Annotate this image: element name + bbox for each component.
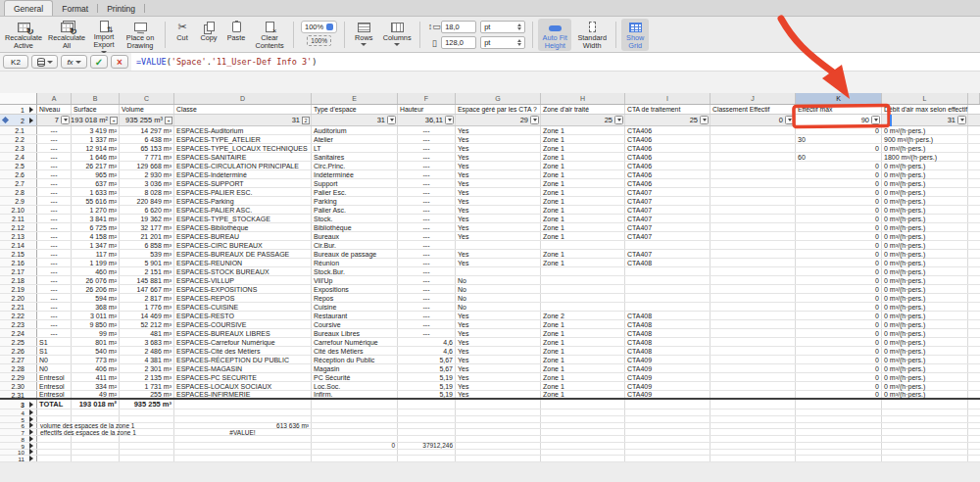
cell[interactable]: 1800 m³/(h·pers.) — [882, 153, 968, 161]
cell[interactable]: CTA407 — [625, 223, 710, 231]
cell[interactable]: Yes — [456, 126, 541, 134]
cell[interactable]: Zone 1 — [541, 364, 625, 372]
row-header-5[interactable]: 5 — [0, 416, 37, 422]
dropdown-icon[interactable] — [614, 116, 623, 124]
row-expand-icon[interactable] — [29, 422, 33, 428]
cell[interactable]: ESPACES-CUISINE — [174, 303, 312, 311]
cell[interactable] — [541, 436, 625, 442]
paste-button[interactable]: Paste — [223, 19, 249, 51]
cell[interactable]: 6 438 m³ — [120, 135, 174, 143]
cell-reference-box[interactable]: K2 — [3, 55, 28, 69]
cell[interactable]: 52 212 m³ — [120, 320, 174, 328]
cell[interactable] — [312, 436, 398, 442]
cell[interactable]: 0 m³/(h·pers.) — [882, 223, 968, 231]
cell[interactable]: 0 — [796, 188, 882, 196]
cell[interactable]: 5 901 m³ — [120, 259, 174, 266]
cell[interactable]: Auditorium — [312, 126, 398, 134]
dropdown-icon[interactable] — [700, 116, 709, 124]
cell[interactable] — [625, 303, 710, 311]
cell[interactable]: 220 849 m³ — [120, 197, 174, 205]
row-header-2.29[interactable]: 2.29 — [0, 373, 37, 381]
cell[interactable]: --- — [398, 153, 456, 161]
cell[interactable]: #VALUE! — [174, 429, 312, 435]
cell[interactable]: --- — [37, 223, 72, 231]
row-header-2.26[interactable]: 2.26 — [0, 347, 37, 355]
dropdown-icon[interactable] — [445, 116, 454, 124]
cell[interactable]: 935 255 m³ — [120, 400, 174, 409]
cell[interactable]: --- — [398, 179, 456, 187]
cell[interactable] — [968, 456, 980, 461]
row-header-11[interactable]: 11 — [0, 456, 37, 461]
cell[interactable] — [882, 450, 968, 456]
column-header-K[interactable]: K — [796, 93, 882, 104]
cell[interactable] — [710, 443, 796, 449]
cell[interactable]: Yes — [456, 259, 541, 266]
cell[interactable] — [968, 250, 980, 258]
dropdown-icon[interactable] — [387, 116, 396, 124]
cell[interactable] — [541, 400, 625, 409]
cell[interactable] — [174, 400, 312, 409]
cell[interactable]: Zone 1 — [541, 188, 625, 196]
cell[interactable]: 2 151 m³ — [120, 267, 174, 275]
cell[interactable]: ESPACES-TYPE_STOCKAGE — [174, 215, 312, 222]
cell[interactable]: Zone 1 — [541, 215, 625, 222]
cell[interactable]: 0 m³/(h·pers.) — [882, 294, 968, 302]
cell[interactable] — [625, 400, 710, 409]
tab-general[interactable]: General — [4, 0, 53, 16]
cell[interactable]: Yes — [456, 329, 541, 337]
cell[interactable]: Yes — [456, 179, 541, 187]
row-header-8[interactable]: 8 — [0, 436, 37, 442]
cell[interactable] — [456, 436, 541, 442]
cell[interactable]: ESPACES-INFIRMERIE — [174, 391, 312, 398]
row-header-2.2[interactable]: 2.2 — [0, 135, 37, 143]
cell[interactable]: 9 850 m² — [72, 320, 120, 328]
cell[interactable]: Cuisine — [312, 303, 398, 311]
cell[interactable]: ESPACES-TYPE_LOCAUX TECHNIQUES — [174, 144, 312, 152]
cell[interactable]: ESPACES-PALIER ESC. — [174, 188, 312, 196]
cell[interactable] — [710, 329, 796, 337]
header-cell[interactable]: Hauteur — [398, 105, 456, 114]
cell[interactable] — [710, 135, 796, 143]
cell[interactable]: ESPACES-Carrefour Numérique — [174, 338, 312, 346]
cell[interactable]: 31 — [312, 115, 398, 125]
cell[interactable] — [710, 162, 796, 169]
cell[interactable]: 0 — [796, 391, 882, 398]
cell[interactable]: --- — [398, 126, 456, 134]
cell[interactable]: 334 m² — [72, 382, 120, 390]
cell[interactable] — [541, 429, 625, 435]
cell[interactable] — [541, 267, 625, 275]
cell[interactable] — [968, 294, 980, 302]
copy-button[interactable]: Copy — [196, 19, 221, 51]
cell[interactable]: 65 153 m³ — [120, 144, 174, 152]
cell[interactable]: CTA409 — [625, 373, 710, 381]
cell[interactable]: Yes — [456, 144, 541, 152]
cell[interactable]: Circ.Princ. — [312, 162, 398, 169]
cell[interactable]: Yes — [456, 162, 541, 169]
cell[interactable]: 4,6 — [398, 347, 456, 355]
cell[interactable] — [710, 144, 796, 152]
cell[interactable] — [710, 170, 796, 178]
cell[interactable]: --- — [37, 250, 72, 258]
cell[interactable]: CTA406 — [625, 162, 710, 169]
cell[interactable]: --- — [37, 135, 72, 143]
cell[interactable]: 0 — [796, 241, 882, 249]
cell[interactable] — [968, 400, 980, 409]
cell[interactable]: 0 — [796, 179, 882, 187]
cell[interactable]: --- — [37, 232, 72, 240]
cell[interactable] — [37, 416, 72, 422]
cell[interactable]: Réunion — [312, 259, 398, 266]
cell[interactable] — [710, 364, 796, 372]
cell[interactable]: --- — [37, 285, 72, 293]
cell[interactable] — [796, 429, 882, 435]
cell[interactable]: No — [456, 303, 541, 311]
row-header-6[interactable]: 6 — [0, 423, 37, 429]
row-expand-icon[interactable] — [29, 436, 33, 442]
cell[interactable]: CTA408 — [625, 312, 710, 319]
cell[interactable]: 0 m³/(h·pers.) — [882, 329, 968, 337]
cell[interactable]: 2 135 m³ — [120, 373, 174, 381]
row-header-2.9[interactable]: 2.9 — [0, 197, 37, 205]
row-header-2.10[interactable]: 2.10 — [0, 206, 37, 214]
cell[interactable]: 0 m³/(h·pers.) — [882, 259, 968, 266]
row-header-2.1[interactable]: 2.1 — [0, 126, 37, 134]
cell[interactable] — [710, 197, 796, 205]
